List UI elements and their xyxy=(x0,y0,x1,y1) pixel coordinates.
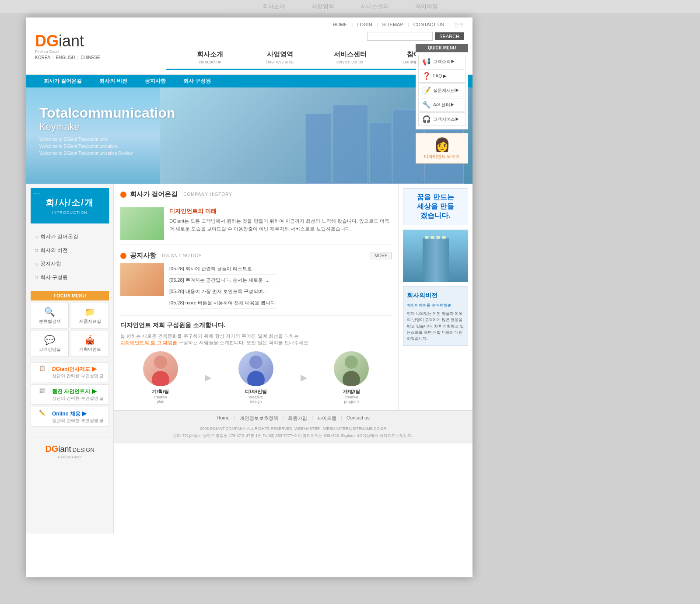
promo-title-2: Online 채용 ▶ xyxy=(52,410,104,418)
sidebar-hero-title: 회/사/소/개 xyxy=(37,197,102,209)
customer-voice-icon: 📢 xyxy=(422,57,431,66)
customer-service-icon: 🎧 xyxy=(422,115,431,123)
nav-item-service[interactable]: 서비스센터 service center xyxy=(315,46,385,69)
section-title-history-en: COMPANY HISTORY xyxy=(183,192,232,197)
logo-iant: iant xyxy=(59,32,84,50)
nav-label-en-0: introduction xyxy=(175,59,245,64)
team-link[interactable]: 디자이언트의 힘 그 파워를 xyxy=(120,340,177,345)
team-section: 디자인언트 저희 구성원을 소개합니다. 늘 변하는 새로운 건축문화를 추구하… xyxy=(120,315,392,404)
lang-english[interactable]: ENGLISH xyxy=(56,55,75,60)
promo-text-2: Online 채용 ▶ 상단의 간략한 부연설명 글 xyxy=(52,410,104,424)
logo-g: G xyxy=(46,32,59,50)
team-dev-figure xyxy=(334,351,369,386)
top-link-login[interactable]: LOGIN xyxy=(357,22,372,28)
notice-list-item-0[interactable]: [05.28] 회사에 관련되 글들이 리스트로... xyxy=(169,263,276,275)
team-card-design[interactable]: 디/자/인팀 creativedesign xyxy=(216,351,296,404)
sidebar-menu-item-1[interactable]: 회사의 비전 xyxy=(26,244,113,257)
focus-menu-item-3[interactable]: 🎪 기획이벤트 xyxy=(71,331,109,356)
promo-item-1[interactable]: 📰 웹진 자인언트지 ▶ 상단의 간략한 부연설명 글 xyxy=(31,384,109,405)
footer-nav-home[interactable]: Home xyxy=(217,415,229,422)
notice-list-item-1[interactable]: [05.28] 뿌겨지는 공간입니다. 순서는 새로운 .... xyxy=(169,275,276,286)
sidebar-menu-item-3[interactable]: 회사 구성원 xyxy=(26,271,113,284)
section-bullet-history xyxy=(120,192,126,198)
lang-korea[interactable]: KOREA xyxy=(35,55,50,60)
nav-item-business[interactable]: 사업영역 business area xyxy=(245,46,315,69)
focus-menu-label-0: 분류별검색 xyxy=(33,318,66,325)
search-button[interactable]: SEARCH xyxy=(435,32,464,40)
search-icon: 🔍 xyxy=(33,307,66,317)
event-icon: 🎪 xyxy=(74,335,106,345)
content-area: • • • 회/사/소/개 INTRODUCTION 회사가 걸어온길 회사의 … xyxy=(26,184,472,534)
team-arrow-1: ▶ xyxy=(205,351,211,404)
team-card-dev[interactable]: 개/발/팀 creativeprogram xyxy=(312,351,392,404)
team-card-img-dev xyxy=(334,351,369,386)
vision-desc-text: 현재 나와있는 메인 팸플과 이쪽의 반영이 고객에게 많은 효용을 받고 있습… xyxy=(407,311,464,342)
team-card-planning[interactable]: 기/획/팀 creativeplan xyxy=(120,351,200,404)
footer-nav-contact[interactable]: Contact us xyxy=(346,415,370,422)
notice-item: [05.28] 회사에 관련되 글들이 리스트로... [05.28] 뿌겨지는… xyxy=(120,263,392,309)
footer-nav-privacy[interactable]: 개인정보보호정책 xyxy=(240,415,278,422)
team-arrow-2: ▶ xyxy=(301,351,307,404)
footer-nav-signup[interactable]: 회원가입 xyxy=(288,415,307,422)
helper-box[interactable]: 👩 디자이언트 도우미 xyxy=(416,133,468,164)
focus-menu-item-1[interactable]: 📁 제품자료실 xyxy=(71,303,109,328)
sub-nav-item-0[interactable]: 회사가 걸어온길 xyxy=(35,75,91,87)
promo-desc-1: 상단의 간략한 부연설명 글 xyxy=(52,395,104,402)
top-link-sitemap[interactable]: SITEMAP xyxy=(382,22,403,28)
top-links: HOME | LOGIN | SITEMAP | CONTACT US | 검색 xyxy=(333,22,464,28)
promo-title-0: DGiant인사제도 ▶ xyxy=(52,365,104,373)
bg-nav-top: 회사소개 사업영역 서비스센터 자이마당 xyxy=(0,0,700,13)
nav-item-company[interactable]: 회사소개 introduction xyxy=(175,46,245,69)
team-cards: 기/획/팀 creativeplan ▶ xyxy=(120,351,392,404)
vision-subtitle: 메인이야이룬 수매덕하면 xyxy=(407,302,464,308)
footer-nav-sitemap[interactable]: 사이트맵 xyxy=(317,415,336,422)
history-article-desc: DGiant는 모든 고객님께서 원하는 것을 만들기 위하여 지금까지 최선의… xyxy=(169,217,392,233)
sub-nav-item-2[interactable]: 공지사항 xyxy=(136,75,175,87)
quick-menu: QUICK MENU 📢 고객소리▶ ❓ FAQ ▶ 📝 질문게시판▶ 🔧 A/… xyxy=(416,44,468,164)
logo-d: D xyxy=(35,32,46,50)
promo-item-0[interactable]: 📋 DGiant인사제도 ▶ 상단의 간략한 부연설명 글 xyxy=(31,362,109,382)
sidebar-menu-item-2[interactable]: 공지사항 xyxy=(26,257,113,271)
sidebar-menu: 회사가 걸어온길 회사의 비전 공지사항 회사 구성원 xyxy=(26,228,113,286)
focus-menu-item-2[interactable]: 💬 고객상담실 xyxy=(31,331,69,356)
notice-header: 공지사항 DGiANT NOTICE MORE xyxy=(120,251,392,260)
nav-label-en-1: business area xyxy=(245,59,315,64)
left-sections: 회사가 걸어온길 COMPANY HISTORY 디자인언트의 미래 DGian… xyxy=(114,184,398,410)
notice-list-item-2[interactable]: [05.28] 내용이 가장 먼저 보인도록 구성되며... xyxy=(169,286,276,297)
top-link-contact[interactable]: CONTACT US xyxy=(413,22,444,28)
notice-list-item-3[interactable]: [05.28] more 버튼을 사용하여 전체 내용을 봅니다. xyxy=(169,297,276,309)
quick-menu-item-3[interactable]: 🔧 A/S 센터▶ xyxy=(418,98,466,112)
sidebar-menu-item-0[interactable]: 회사가 걸어온길 xyxy=(26,230,113,244)
top-link-home[interactable]: HOME xyxy=(333,22,347,28)
quick-menu-item-0[interactable]: 📢 고객소리▶ xyxy=(418,55,466,68)
team-card-title-dev: 개/발/팀 xyxy=(312,388,392,395)
history-thumbnail xyxy=(120,207,164,240)
vision-desc-box: 회사의비전 메인이야이룬 수매덕하면 현재 나와있는 메인 팸플과 이쪽의 반영… xyxy=(403,286,468,346)
outer-wrapper: 회사소개 사업영역 서비스센터 자이마당 DGiant Feel so Good… xyxy=(0,0,700,604)
logo-text: DGiant xyxy=(35,32,100,50)
as-center-icon: 🔧 xyxy=(422,101,431,109)
sub-nav-item-3[interactable]: 회사 구성원 xyxy=(175,75,220,87)
history-article-title: 디자인언트의 미래 xyxy=(169,207,392,215)
focus-menu-item-0[interactable]: 🔍 분류별검색 xyxy=(31,303,69,328)
quick-menu-item-1[interactable]: ❓ FAQ ▶ xyxy=(418,69,466,83)
notice-list: [05.28] 회사에 관련되 글들이 리스트로... [05.28] 뿌겨지는… xyxy=(169,263,276,309)
team-card-en-design: creativedesign xyxy=(216,395,296,404)
promo-icon-2: ✏️ xyxy=(35,410,50,416)
hero-subtitle: Keymake xyxy=(39,121,175,133)
promo-item-2[interactable]: ✏️ Online 채용 ▶ 상단의 간략한 부연설명 글 xyxy=(31,407,109,427)
sub-nav-item-1[interactable]: 회사의 비전 xyxy=(91,75,136,87)
quick-menu-item-4[interactable]: 🎧 고객서비스▶ xyxy=(418,112,466,126)
focus-menu-grid: 🔍 분류별검색 📁 제품자료실 💬 고객상담실 🎪 기획이벤트 xyxy=(26,300,113,359)
hero-text: Totalcommunication Keymake Welcome to DG… xyxy=(39,105,175,157)
search-input[interactable] xyxy=(367,32,433,41)
hero-banner: Totalcommunication Keymake Welcome to DG… xyxy=(26,87,472,184)
lang-chinese[interactable]: CHINESE xyxy=(80,55,100,60)
folder-icon: 📁 xyxy=(74,307,106,317)
section-title-notice-en: DGiANT NOTICE xyxy=(162,253,202,258)
team-planning-figure xyxy=(143,351,178,386)
svg-point-0 xyxy=(154,356,167,369)
vision-box: 꿈을 만드는세상을 만들겠습니다. xyxy=(403,188,468,225)
notice-more-button[interactable]: MORE xyxy=(371,252,392,259)
quick-menu-item-2[interactable]: 📝 질문게시판▶ xyxy=(418,84,466,97)
